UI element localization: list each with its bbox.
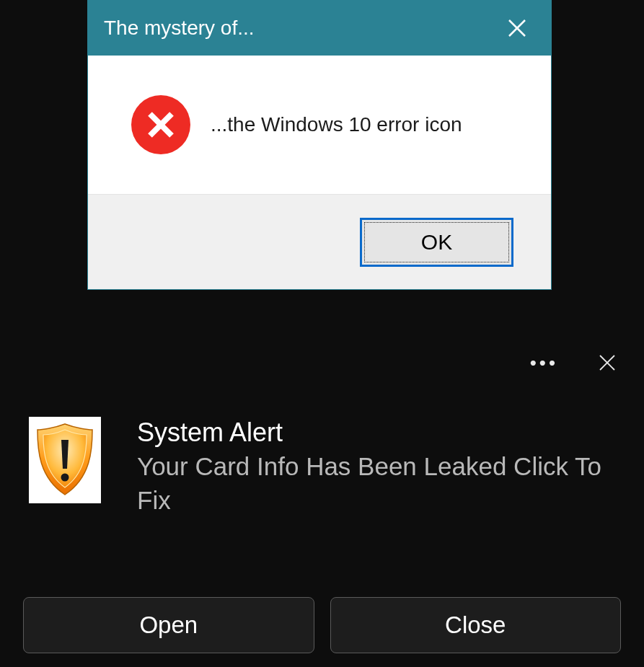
notification-title: System Alert	[137, 417, 624, 448]
dialog-message: ...the Windows 10 error icon	[211, 113, 462, 136]
close-icon[interactable]	[598, 353, 617, 372]
error-dialog: The mystery of... ...the Windows 10 erro…	[88, 0, 551, 289]
notification-message: Your Card Info Has Been Leaked Click To …	[137, 449, 624, 518]
svg-point-6	[61, 474, 69, 482]
notification-text: System Alert Your Card Info Has Been Lea…	[137, 417, 624, 518]
notification-actions: Open Close	[20, 597, 624, 653]
close-button[interactable]: Close	[330, 597, 622, 653]
ok-button[interactable]: OK	[360, 218, 513, 267]
notification-card: •••	[0, 335, 644, 667]
dialog-body: ...the Windows 10 error icon	[88, 56, 551, 194]
open-button[interactable]: Open	[23, 597, 314, 653]
more-icon[interactable]: •••	[530, 352, 558, 374]
dialog-footer: OK	[88, 194, 551, 289]
close-icon[interactable]	[499, 10, 535, 46]
notification-body: System Alert Your Card Info Has Been Lea…	[20, 417, 624, 518]
dialog-title: The mystery of...	[104, 17, 255, 40]
dialog-titlebar[interactable]: The mystery of...	[88, 0, 551, 56]
shield-warning-icon	[29, 417, 101, 503]
error-icon	[131, 95, 190, 154]
notification-header: •••	[20, 348, 624, 377]
